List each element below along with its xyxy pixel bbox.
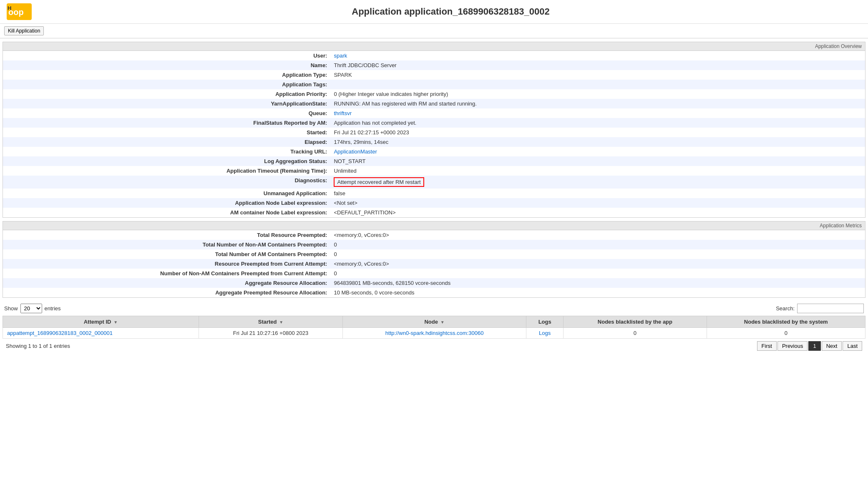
attempts-table: Attempt ID ▼Started ▼Node ▼LogsNodes bla… xyxy=(3,316,865,339)
page-title: Application application_1689906328183_00… xyxy=(40,6,861,17)
attempt-id-cell[interactable]: appattempt_1689906328183_0002_000001 xyxy=(3,328,199,339)
pagination-row: Showing 1 to 1 of 1 entries First Previo… xyxy=(3,339,865,353)
node-cell[interactable]: http://wn0-spark.hdinsightcss.com:30060 xyxy=(343,328,526,339)
overview-row: Application Node Label expression:<Not s… xyxy=(3,198,865,208)
search-label: Search: xyxy=(776,305,795,312)
metrics-row-label: Aggregate Resource Allocation: xyxy=(3,278,330,288)
first-page-button[interactable]: First xyxy=(757,341,777,351)
overview-section: Application Overview User:sparkName:Thri… xyxy=(3,42,865,218)
table-column-header[interactable]: Started ▼ xyxy=(199,316,342,328)
overview-row-value: 174hrs, 29mins, 14sec xyxy=(330,137,865,147)
overview-row-label: Log Aggregation Status: xyxy=(3,156,330,166)
metrics-row-label: Total Resource Preempted: xyxy=(3,230,330,240)
metrics-row-value: 10 MB-seconds, 0 vcore-seconds xyxy=(330,288,865,297)
diagnostics-box: Attempt recovered after RM restart xyxy=(334,177,424,187)
overview-row: Unmanaged Application:false xyxy=(3,189,865,198)
overview-row-label: Unmanaged Application: xyxy=(3,189,330,198)
overview-row-label: Elapsed: xyxy=(3,137,330,147)
overview-row-label: Name: xyxy=(3,60,330,70)
metrics-table: Total Resource Preempted:<memory:0, vCor… xyxy=(3,230,865,297)
overview-row: Started:Fri Jul 21 02:27:15 +0000 2023 xyxy=(3,128,865,137)
attempts-table-section: Show 102050100 entries Search: Attempt I… xyxy=(3,301,865,353)
metrics-row-value: 0 xyxy=(330,240,865,249)
metrics-row-value: <memory:0, vCores:0> xyxy=(330,230,865,240)
metrics-row: Aggregate Preempted Resource Allocation:… xyxy=(3,288,865,297)
overview-table: User:sparkName:Thrift JDBC/ODBC ServerAp… xyxy=(3,51,865,217)
showing-text: Showing 1 to 1 of 1 entries xyxy=(6,343,70,349)
overview-row-value: <DEFAULT_PARTITION> xyxy=(330,208,865,217)
overview-row-value: Attempt recovered after RM restart xyxy=(330,176,865,189)
overview-section-header: Application Overview xyxy=(3,42,865,51)
overview-row-value: Application has not completed yet. xyxy=(330,118,865,128)
overview-row-value: <Not set> xyxy=(330,198,865,208)
overview-row-label: AM container Node Label expression: xyxy=(3,208,330,217)
table-column-header[interactable]: Attempt ID ▼ xyxy=(3,316,199,328)
metrics-row-label: Total Number of AM Containers Preempted: xyxy=(3,249,330,259)
show-label: Show xyxy=(4,305,18,312)
table-header: Attempt ID ▼Started ▼Node ▼LogsNodes bla… xyxy=(3,316,865,328)
sort-icon: ▼ xyxy=(278,320,284,324)
metrics-row-label: Number of Non-AM Containers Preempted fr… xyxy=(3,269,330,278)
logs-link[interactable]: Logs xyxy=(539,330,551,336)
table-body: appattempt_1689906328183_0002_000001Fri … xyxy=(3,328,865,339)
overview-row-label: Queue: xyxy=(3,108,330,118)
kill-application-area: Kill Application xyxy=(0,24,868,38)
metrics-row: Aggregate Resource Allocation:964839801 … xyxy=(3,278,865,288)
entries-label: entries xyxy=(45,305,61,312)
overview-row: FinalStatus Reported by AM:Application h… xyxy=(3,118,865,128)
hadoop-logo: oop H xyxy=(7,3,32,20)
overview-row-link[interactable]: spark xyxy=(334,53,347,59)
table-column-header: Nodes blacklisted by the system xyxy=(707,316,865,328)
overview-row: Application Tags: xyxy=(3,80,865,89)
current-page-button[interactable]: 1 xyxy=(808,341,820,351)
metrics-row-value: 0 xyxy=(330,249,865,259)
logs-cell[interactable]: Logs xyxy=(526,328,564,339)
metrics-row: Total Number of AM Containers Preempted:… xyxy=(3,249,865,259)
started-cell: Fri Jul 21 10:27:16 +0800 2023 xyxy=(199,328,342,339)
metrics-row: Total Number of Non-AM Containers Preemp… xyxy=(3,240,865,249)
previous-page-button[interactable]: Previous xyxy=(777,341,808,351)
overview-row-value: Unlimited xyxy=(330,166,865,176)
table-controls: Show 102050100 entries Search: xyxy=(3,301,865,316)
metrics-row-label: Total Number of Non-AM Containers Preemp… xyxy=(3,240,330,249)
overview-row-value: Thrift JDBC/ODBC Server xyxy=(330,60,865,70)
overview-row-label: Application Node Label expression: xyxy=(3,198,330,208)
overview-row: Application Timeout (Remaining Time):Unl… xyxy=(3,166,865,176)
overview-row-value[interactable]: thriftsvr xyxy=(330,108,865,118)
next-page-button[interactable]: Next xyxy=(822,341,842,351)
overview-row-link[interactable]: thriftsvr xyxy=(334,110,352,116)
blacklisted-system-cell: 0 xyxy=(707,328,865,339)
overview-row: Log Aggregation Status:NOT_START xyxy=(3,156,865,166)
overview-row: Diagnostics:Attempt recovered after RM r… xyxy=(3,176,865,189)
table-column-header[interactable]: Node ▼ xyxy=(343,316,526,328)
overview-row: Tracking URL:ApplicationMaster xyxy=(3,147,865,156)
metrics-row: Total Resource Preempted:<memory:0, vCor… xyxy=(3,230,865,240)
overview-row-link[interactable]: ApplicationMaster xyxy=(334,148,377,155)
overview-row-label: Diagnostics: xyxy=(3,176,330,189)
svg-text:H: H xyxy=(8,5,11,11)
overview-row-label: User: xyxy=(3,51,330,60)
kill-application-button[interactable]: Kill Application xyxy=(4,26,44,35)
overview-row-label: FinalStatus Reported by AM: xyxy=(3,118,330,128)
overview-row-value[interactable]: ApplicationMaster xyxy=(330,147,865,156)
metrics-row-label: Resource Preempted from Current Attempt: xyxy=(3,259,330,269)
blacklisted-app-cell: 0 xyxy=(564,328,707,339)
entries-select[interactable]: 102050100 xyxy=(20,304,42,313)
metrics-row-value: <memory:0, vCores:0> xyxy=(330,259,865,269)
overview-row: User:spark xyxy=(3,51,865,60)
table-column-header: Logs xyxy=(526,316,564,328)
last-page-button[interactable]: Last xyxy=(843,341,862,351)
metrics-row: Resource Preempted from Current Attempt:… xyxy=(3,259,865,269)
attempt-id-link[interactable]: appattempt_1689906328183_0002_000001 xyxy=(7,330,113,336)
search-input[interactable] xyxy=(797,304,864,313)
overview-row: Application Type:SPARK xyxy=(3,70,865,80)
overview-row-label: Application Type: xyxy=(3,70,330,80)
metrics-section-header: Application Metrics xyxy=(3,221,865,230)
overview-row-value[interactable]: spark xyxy=(330,51,865,60)
overview-row-label: Application Tags: xyxy=(3,80,330,89)
overview-row-label: Application Timeout (Remaining Time): xyxy=(3,166,330,176)
overview-row-label: Tracking URL: xyxy=(3,147,330,156)
node-link[interactable]: http://wn0-spark.hdinsightcss.com:30060 xyxy=(385,330,484,336)
overview-row: Application Priority:0 (Higher Integer v… xyxy=(3,89,865,99)
sort-icon: ▼ xyxy=(112,320,118,324)
